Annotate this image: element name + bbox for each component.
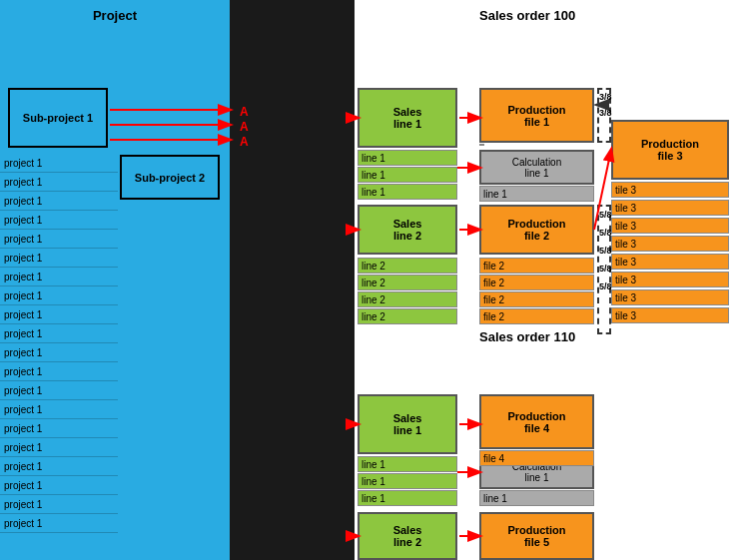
production-file-4-label: Productionfile 4 (507, 410, 565, 434)
production-file-4-box: Productionfile 4 (479, 394, 594, 449)
badge-3-8-top-2: 3/8 (599, 108, 612, 118)
sub-project-2-box: Sub-project 2 (120, 155, 220, 200)
list-item: project 1 (0, 269, 118, 286)
a-label-1: A (240, 105, 249, 119)
sales-line-1-box: Salesline 1 (358, 88, 457, 148)
prod-file-2-row1: file 2 (479, 258, 594, 274)
sales-line-1-row1: line 1 (358, 150, 457, 166)
tile-3-row5: tile 3 (611, 254, 729, 270)
sales-order-110-header: Sales order 110 (479, 329, 575, 344)
production-file-1-box: Productionfile 1 (479, 88, 594, 143)
badge-5-8-3: 5/8 (599, 246, 612, 256)
list-item: project 1 (0, 363, 118, 381)
sub-project-1-box: Sub-project 1 (8, 88, 108, 148)
list-item: project 1 (0, 401, 118, 419)
sales-line-1-row2: line 1 (358, 167, 457, 183)
badge-5-8-5: 5/8 (599, 281, 612, 291)
sales-line-2-label: Salesline 2 (393, 218, 422, 242)
sales-line-2-row1: line 2 (358, 258, 457, 274)
sales-line-2-row3: line 2 (358, 291, 457, 307)
tile-3-row4: tile 3 (611, 236, 729, 252)
sales-line-2-110-box: Salesline 2 (358, 512, 457, 560)
production-file-5-label: Productionfile 5 (507, 524, 565, 548)
tile-3-row6: tile 3 (611, 272, 729, 287)
list-item: project 1 (0, 306, 118, 324)
a-label-2: A (240, 120, 249, 134)
calc-box-1-label: Calculationline 1 (512, 157, 561, 179)
badge-5-8-4: 5/8 (599, 264, 612, 274)
production-file-3-box: Productionfile 3 (611, 120, 729, 180)
list-item: project 1 (0, 477, 118, 495)
calc-line-1-row: line 1 (479, 186, 594, 202)
list-item: project 1 (0, 287, 118, 305)
tile-3-row1: tile 3 (611, 182, 729, 198)
badge-3-8-top-1: 3/8 (599, 92, 612, 102)
list-item: project 1 (0, 250, 118, 268)
prod-file-2-row4: file 2 (479, 308, 594, 324)
sales-line-2-row2: line 2 (358, 275, 457, 290)
list-item: project 1 (0, 496, 118, 514)
diagram: Project Sub-project 1 Sub-project 2 proj… (0, 0, 740, 560)
prod-file-2-row3: file 2 (479, 291, 594, 307)
prod-file-2-row2: file 2 (479, 275, 594, 290)
project-header: Project (0, 0, 230, 27)
list-item: project 1 (0, 212, 118, 230)
list-item: project 1 (0, 382, 118, 400)
list-item: project 1 (0, 325, 118, 343)
tile-3-row8: tile 3 (611, 307, 729, 323)
production-file-1-label: Productionfile 1 (507, 104, 565, 128)
badge-5-8-1: 5/8 (599, 210, 612, 220)
hidden (479, 144, 484, 146)
sales-line-1-110-label: Salesline 1 (393, 412, 422, 436)
sales-line-2-row4: line 2 (358, 308, 457, 324)
badge-5-8-2: 5/8 (599, 228, 612, 238)
sales-line-2-110-label: Salesline 2 (393, 524, 422, 548)
tile-3-row3: tile 3 (611, 218, 729, 234)
list-item: project 1 (0, 439, 118, 457)
list-item: project 1 (0, 231, 118, 249)
production-file-2-box: Productionfile 2 (479, 205, 594, 255)
sales-line-1-110-box: Salesline 1 (358, 394, 457, 454)
list-item: project 1 (0, 458, 118, 476)
sales-line-2-box: Salesline 2 (358, 205, 457, 255)
list-item: project 1 (0, 420, 118, 438)
list-item: project 1 (0, 344, 118, 362)
a-label-3: A (240, 135, 249, 149)
calc-110-line-row: line 1 (479, 490, 594, 506)
sales-110-row2: line 1 (358, 473, 457, 489)
tile-3-row2: tile 3 (611, 200, 729, 216)
sales-order-100-header: Sales order 100 (479, 8, 575, 23)
list-item: project 1 (0, 155, 118, 173)
dark-separator-column: A A A (230, 0, 355, 560)
production-file-5-box: Productionfile 5 (479, 512, 594, 560)
sales-line-1-label: Salesline 1 (393, 106, 422, 130)
production-file-2-label: Productionfile 2 (507, 218, 565, 242)
calc-box-1: Calculationline 1 (479, 150, 594, 185)
sales-110-row1: line 1 (358, 456, 457, 472)
tile-3-row7: tile 3 (611, 289, 729, 305)
sales-110-row3: line 1 (358, 490, 457, 506)
sales-line-1-row3: line 1 (358, 184, 457, 200)
list-item: project 1 (0, 515, 118, 533)
production-file-3-label: Productionfile 3 (641, 138, 699, 162)
project-column: Project Sub-project 1 Sub-project 2 proj… (0, 0, 230, 560)
list-item: project 1 (0, 174, 118, 192)
list-item: project 1 (0, 193, 118, 211)
prod4-row1: file 4 (479, 450, 594, 466)
